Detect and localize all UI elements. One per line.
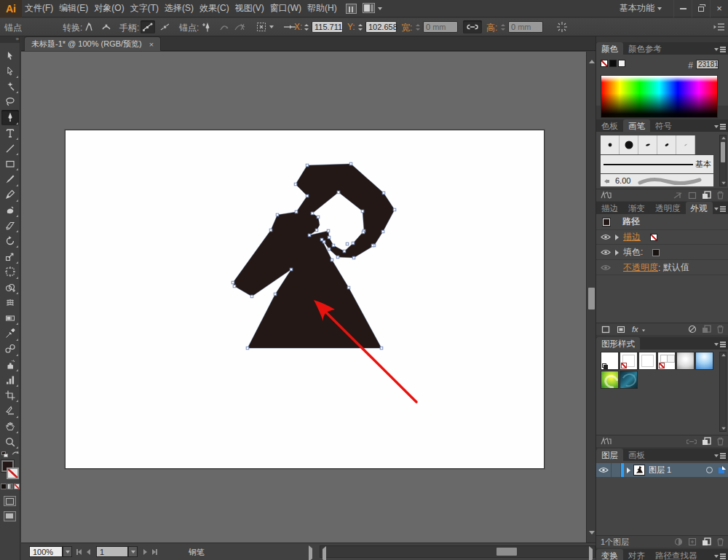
symbol-sprayer-tool[interactable] (1, 357, 19, 372)
new-layer-icon[interactable] (702, 537, 711, 546)
panel-collapse-icon[interactable] (713, 23, 725, 33)
width-stepper[interactable] (414, 21, 422, 33)
show-handles-button[interactable] (141, 20, 155, 33)
new-fill-icon[interactable] (617, 326, 625, 334)
shape-builder-tool[interactable] (1, 280, 19, 295)
slice-tool[interactable] (1, 403, 19, 419)
layer-name[interactable]: 图层 1 (649, 465, 671, 476)
x-field[interactable]: 115.711 (312, 21, 343, 33)
visibility-eye-icon[interactable] (596, 264, 615, 271)
scroll-down-icon[interactable] (588, 535, 595, 541)
link-dimensions-button[interactable] (463, 20, 482, 33)
clear-appearance-icon[interactable] (688, 325, 697, 334)
last-artboard-icon[interactable] (152, 549, 157, 555)
next-artboard-icon[interactable] (143, 549, 147, 555)
brushes-scrollbar[interactable] (719, 135, 727, 186)
toolbar-collapse-button[interactable]: » (0, 36, 20, 43)
new-stroke-icon[interactable] (601, 326, 610, 334)
zoom-field[interactable]: 100% (29, 546, 63, 557)
graphic-style-split[interactable] (657, 352, 676, 370)
bottom-tab-2[interactable]: 路径查找器 (650, 549, 703, 560)
graphic-styles-scrollbar[interactable] (719, 352, 727, 432)
bottom-tab-1[interactable]: 对齐 (623, 549, 650, 560)
duplicate-item-icon[interactable] (702, 325, 711, 334)
color-mode-button[interactable] (1, 484, 7, 489)
layer-expand-icon[interactable] (627, 468, 630, 473)
height-field[interactable]: 0 mm (508, 21, 543, 33)
document-tab[interactable]: 未标题-1* @ 100% (RGB/预览) × (24, 36, 161, 51)
status-popup-icon[interactable] (309, 548, 312, 559)
pencil-tool[interactable] (1, 187, 19, 202)
panel-menu-icon[interactable] (714, 123, 726, 130)
delete-brush-icon[interactable] (716, 191, 724, 200)
appearance-fill-row[interactable]: 填色: (596, 245, 728, 260)
stroke-swatch[interactable] (7, 468, 19, 479)
calligraphic-brush-3[interactable] (657, 135, 676, 154)
graphic-style-silver[interactable] (676, 352, 695, 370)
opacity-link[interactable]: 不透明度 (623, 261, 658, 274)
delete-style-icon[interactable] (716, 437, 724, 446)
x-stepper[interactable] (302, 21, 310, 33)
hex-field[interactable]: 231815 (696, 60, 719, 69)
layer-thumbnail[interactable] (633, 465, 645, 476)
cut-path-button[interactable] (233, 20, 248, 33)
convert-to-corner-button[interactable] (82, 20, 96, 33)
graphic-style-no-fill[interactable] (620, 352, 638, 370)
drawing-modes-button[interactable] (4, 496, 16, 506)
stroke-link[interactable]: 描边 (623, 231, 641, 243)
scroll-left-icon[interactable] (323, 549, 326, 559)
panel-menu-icon[interactable] (714, 46, 726, 52)
layer-row[interactable]: 图层 1 (596, 463, 728, 477)
column-graph-tool[interactable] (1, 372, 19, 387)
bottom-tab-0[interactable]: 变换 (596, 549, 623, 560)
color-tab-0[interactable]: 颜色 (596, 42, 623, 55)
artboard[interactable] (65, 130, 545, 469)
menu-item-7[interactable]: 窗口(W) (267, 0, 304, 17)
brushes-tab-2[interactable]: 符号 (650, 119, 677, 132)
color-tab-1[interactable]: 颜色参考 (623, 42, 667, 55)
horizontal-scrollbar[interactable] (320, 545, 596, 558)
free-transform-icon[interactable] (555, 20, 569, 33)
hand-tool[interactable] (1, 419, 19, 434)
appearance-path-row[interactable]: 路径 (596, 214, 728, 230)
layer-target-icon[interactable] (706, 467, 713, 473)
new-style-icon[interactable] (702, 437, 711, 446)
calligraphic-brush-0[interactable] (601, 135, 620, 154)
artboard-tool[interactable] (1, 387, 19, 403)
brush-charcoal-row[interactable]: 6.00 (601, 174, 713, 186)
menu-item-1[interactable]: 编辑(E) (56, 0, 91, 17)
calligraphic-brush-4[interactable] (676, 135, 695, 154)
remove-anchor-button[interactable] (217, 20, 232, 33)
artboard-nav-field[interactable]: 1 (96, 546, 128, 557)
brush-libraries-icon[interactable] (601, 191, 612, 200)
appearance-tab-3[interactable]: 外观 (686, 202, 713, 214)
graphic-style-white[interactable] (638, 352, 657, 370)
appearance-tab-2[interactable]: 透明度 (650, 202, 686, 214)
workspace-switcher[interactable]: 基本功能 (620, 2, 673, 15)
free-transform-tool[interactable] (1, 264, 19, 280)
none-mode-button[interactable] (14, 484, 20, 489)
panel-menu-icon[interactable] (714, 452, 726, 459)
y-stepper[interactable] (356, 21, 364, 33)
bridge-icon[interactable] (346, 4, 357, 14)
vertical-scroll-thumb[interactable] (588, 288, 595, 309)
vertical-scrollbar[interactable] (586, 52, 596, 543)
menu-item-2[interactable]: 对象(O) (91, 0, 127, 17)
y-field[interactable]: 102.658 (365, 21, 397, 33)
canvas[interactable] (21, 52, 586, 543)
type-tool[interactable] (1, 125, 19, 141)
scroll-up-icon[interactable] (588, 53, 595, 60)
remove-brush-stroke-icon[interactable] (673, 192, 683, 200)
brush-basic-row[interactable]: 基本 (601, 155, 713, 173)
add-anchor-button[interactable] (199, 20, 214, 33)
menu-item-8[interactable]: 帮助(H) (304, 0, 340, 17)
appearance-tab-0[interactable]: 描边 (596, 202, 623, 214)
arrange-documents-icon[interactable] (363, 3, 375, 14)
brushes-tab-1[interactable]: 画笔 (623, 119, 650, 132)
expand-triangle-icon[interactable] (615, 234, 619, 240)
eraser-tool[interactable] (1, 218, 19, 233)
isolate-selection-button[interactable] (253, 20, 275, 33)
new-brush-icon[interactable] (702, 191, 711, 200)
horizontal-scroll-thumb[interactable] (496, 548, 517, 556)
menu-item-5[interactable]: 效果(C) (197, 0, 232, 17)
